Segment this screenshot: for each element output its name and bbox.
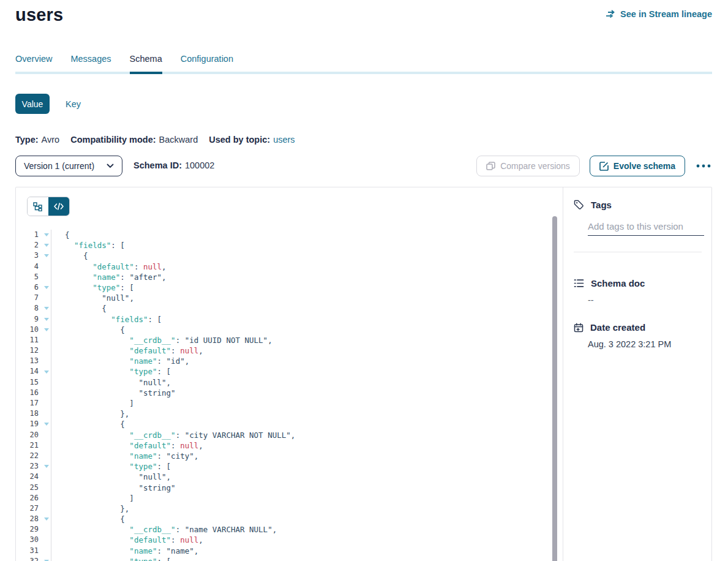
- code-line: 24 "null",: [16, 472, 563, 482]
- fold-toggle-icon[interactable]: [44, 233, 49, 236]
- schema-doc-section-header: Schema doc: [563, 278, 711, 288]
- code-line: 15 "null",: [16, 377, 563, 388]
- code-line: 1{: [16, 230, 563, 240]
- code-line: 19 {: [16, 419, 563, 429]
- stream-lineage-link[interactable]: See in Stream lineage: [606, 9, 712, 19]
- code-line: 22 "name": "city",: [16, 451, 563, 461]
- compare-versions-button[interactable]: Compare versions: [476, 156, 580, 176]
- code-lines: 1{2 "fields": [3 {4 "default": null,5 "n…: [16, 230, 563, 561]
- list-icon: [574, 279, 584, 288]
- versions-icon: [486, 162, 495, 170]
- fold-toggle-icon[interactable]: [44, 254, 49, 257]
- scrollbar-thumb[interactable]: [552, 216, 557, 561]
- code-line: 5 "name": "after",: [16, 272, 563, 282]
- fold-toggle-icon[interactable]: [44, 244, 49, 247]
- schema-part-toggle: Value Key: [15, 94, 81, 114]
- schema-panel: 1{2 "fields": [3 {4 "default": null,5 "n…: [15, 187, 712, 561]
- stream-lineage-icon: [606, 10, 616, 18]
- tab-configuration[interactable]: Configuration: [181, 54, 233, 74]
- more-options-button[interactable]: [695, 163, 712, 169]
- fold-toggle-icon[interactable]: [44, 318, 49, 321]
- schema-code-region: 1{2 "fields": [3 {4 "default": null,5 "n…: [16, 187, 563, 561]
- code-line: 10 {: [16, 325, 563, 335]
- code-line: 7 "null",: [16, 293, 563, 303]
- meta-item: Compatibility mode:Backward: [70, 135, 198, 145]
- meta-item: Used by topic:users: [209, 135, 295, 145]
- page-title: users: [15, 5, 63, 25]
- code-line: 2 "fields": [: [16, 240, 563, 250]
- code-line: 13 "name": "id",: [16, 356, 563, 366]
- code-line: 27 },: [16, 503, 563, 514]
- tab-schema[interactable]: Schema: [130, 54, 162, 74]
- fold-toggle-icon[interactable]: [44, 328, 49, 331]
- code-view-toggle: [27, 197, 70, 216]
- code-line: 20 "__crdb__": "city VARCHAR NOT NULL",: [16, 430, 563, 440]
- code-line: 29 "__crdb__": "name VARCHAR NULL",: [16, 524, 563, 535]
- code-line: 28 {: [16, 514, 563, 524]
- fold-toggle-icon[interactable]: [44, 465, 49, 468]
- code-line: 23 "type": [: [16, 461, 563, 472]
- fold-toggle-icon[interactable]: [44, 518, 49, 521]
- code-line: 30 "default": null,: [16, 535, 563, 545]
- code-line: 17 ]: [16, 398, 563, 409]
- code-line: 11 "__crdb__": "id UUID NOT NULL",: [16, 335, 563, 345]
- code-line: 9 "fields": [: [16, 314, 563, 325]
- fold-toggle-icon[interactable]: [44, 307, 49, 310]
- code-line: 32 "type": [: [16, 556, 563, 561]
- topic-link[interactable]: users: [273, 135, 295, 145]
- code-line: 3 {: [16, 250, 563, 261]
- schema-id: Schema ID:100002: [133, 160, 214, 170]
- tab-bar: OverviewMessagesSchemaConfiguration: [15, 54, 712, 74]
- fold-toggle-icon[interactable]: [44, 286, 49, 289]
- code-line: 12 "default": null,: [16, 345, 563, 356]
- code-line: 31 "name": "name",: [16, 546, 563, 556]
- tab-messages[interactable]: Messages: [70, 54, 111, 74]
- schema-page: users See in Stream lineage OverviewMess…: [0, 0, 728, 561]
- version-select[interactable]: Version 1 (current): [15, 156, 122, 176]
- code-line: 25 "string": [16, 483, 563, 493]
- schema-sidebar: Tags Schema doc --: [563, 187, 711, 561]
- tags-section-header: Tags: [563, 200, 711, 210]
- meta-item: Type:Avro: [15, 135, 59, 145]
- date-created-value: Aug. 3 2022 3:21 PM: [563, 339, 711, 349]
- edit-icon: [599, 162, 609, 171]
- code-line: 26 ]: [16, 493, 563, 503]
- value-toggle-button[interactable]: Value: [15, 94, 50, 114]
- code-line: 6 "type": [: [16, 282, 563, 293]
- fold-toggle-icon[interactable]: [44, 371, 49, 374]
- code-line: 8 {: [16, 303, 563, 314]
- tree-view-button[interactable]: [28, 197, 48, 216]
- tag-icon: [574, 200, 584, 210]
- code-line: 21 "default": null,: [16, 440, 563, 451]
- code-view-button[interactable]: [48, 197, 69, 216]
- sidebar-divider: [574, 252, 702, 252]
- add-tags-input[interactable]: [588, 220, 704, 236]
- tab-overview[interactable]: Overview: [15, 54, 52, 74]
- schema-meta-row: Type:AvroCompatibility mode:BackwardUsed…: [15, 135, 295, 145]
- schema-doc-value: --: [563, 295, 711, 305]
- calendar-icon: [574, 323, 584, 333]
- code-line: 14 "type": [: [16, 366, 563, 377]
- evolve-schema-button[interactable]: Evolve schema: [590, 156, 685, 176]
- code-line: 4 "default": null,: [16, 262, 563, 272]
- chevron-down-icon: [107, 164, 114, 168]
- fold-toggle-icon[interactable]: [44, 423, 49, 426]
- key-toggle-button[interactable]: Key: [66, 99, 81, 109]
- date-created-section-header: Date created: [563, 322, 711, 333]
- version-bar: Version 1 (current) Schema ID:100002 Com…: [15, 156, 712, 176]
- code-line: 16 "string": [16, 388, 563, 398]
- code-line: 18 },: [16, 409, 563, 419]
